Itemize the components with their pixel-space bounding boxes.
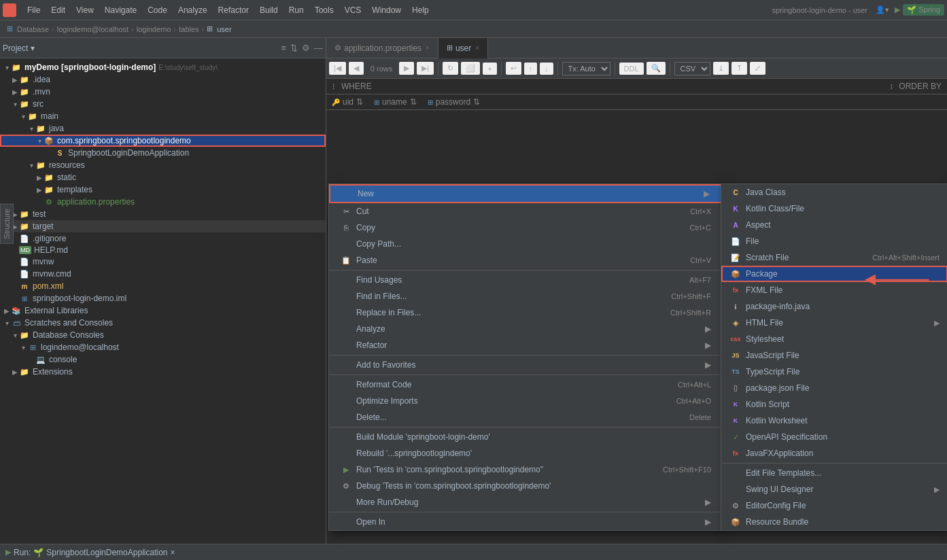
tab-appprops[interactable]: ⚙ application.properties × — [326, 38, 438, 58]
tree-item-extensions[interactable]: ▶ 📁 Extensions — [0, 366, 326, 378]
menu-view[interactable]: View — [71, 3, 99, 18]
sub-openapi[interactable]: ✓ OpenAPI Specification — [721, 429, 947, 445]
submit-btn[interactable]: ↑ — [524, 63, 538, 75]
menu-vcs[interactable]: VCS — [339, 3, 367, 18]
tree-item-pomxml[interactable]: ▶ m pom.xml — [0, 280, 326, 292]
tree-item-test[interactable]: ▶ 📁 test — [0, 208, 326, 220]
tree-item-static[interactable]: ▶ 📁 static — [0, 171, 326, 183]
tree-item-helpmd[interactable]: ▶ MD HELP.md — [0, 245, 326, 256]
tree-item-src[interactable]: ▾ 📁 src — [0, 98, 326, 110]
ddl-btn[interactable]: DDL — [619, 63, 644, 75]
sub-swinguidesigner[interactable]: Swing UI Designer ▶ — [721, 481, 947, 497]
menu-file[interactable]: File — [22, 3, 46, 18]
menu-refactor[interactable]: Refactor — [213, 3, 254, 18]
search-btn[interactable]: 🔍 — [647, 62, 666, 75]
minimize-btn[interactable]: — — [314, 43, 323, 53]
ctx-copy[interactable]: ⎘ Copy Ctrl+C — [329, 220, 722, 236]
tree-item-myDemo[interactable]: ▾ 📁 myDemo [springboot-login-demo] E:\st… — [0, 61, 326, 73]
tree-item-idea[interactable]: ▶ 📁 .idea — [0, 73, 326, 86]
tree-item-mvn[interactable]: ▶ 📁 .mvn — [0, 86, 326, 98]
ctx-refactor[interactable]: Refactor ▶ — [329, 337, 722, 353]
tree-item-extlib[interactable]: ▶ 📚 External Libraries — [0, 304, 326, 317]
sub-js[interactable]: JS JavaScript File — [721, 347, 947, 364]
sub-kotlin-script[interactable]: K Kotlin Script — [721, 396, 947, 413]
refresh-btn[interactable]: ↻ — [443, 62, 458, 75]
tree-item-mvnw[interactable]: ▶ 📄 mvnw — [0, 256, 326, 268]
ctx-new[interactable]: New ▶ — [329, 184, 722, 203]
tree-item-gitignore[interactable]: ▶ 📄 .gitignore — [0, 232, 326, 245]
sub-resourcebundle[interactable]: 📦 Resource Bundle — [721, 514, 947, 530]
menu-help[interactable]: Help — [407, 3, 434, 18]
tree-item-scratches[interactable]: ▾ 🗃 Scratches and Consoles — [0, 317, 326, 329]
sub-kotlin-worksheet[interactable]: K Kotlin Worksheet — [721, 413, 947, 429]
sub-kotlin-class[interactable]: K Kotlin Class/File — [721, 200, 947, 217]
settings-btn[interactable]: ⚙ — [302, 43, 310, 53]
menu-edit[interactable]: Edit — [46, 3, 71, 18]
tree-item-java[interactable]: ▾ 📁 java — [0, 122, 326, 135]
menu-run[interactable]: Run — [283, 3, 309, 18]
ctx-findinfiles[interactable]: Find in Files... Ctrl+Shift+F — [329, 288, 722, 304]
tree-item-templates[interactable]: ▶ 📁 templates — [0, 183, 326, 196]
ctx-analyze[interactable]: Analyze ▶ — [329, 321, 722, 337]
ctx-run-tests[interactable]: ▶ Run 'Tests in 'com.springboot.springbo… — [329, 461, 722, 478]
sub-file[interactable]: 📄 File — [721, 233, 947, 249]
nav-first-btn[interactable]: |◀ — [329, 62, 346, 75]
sub-editorconfig[interactable]: ⚙ EditorConfig File — [721, 497, 947, 514]
tree-item-main-class[interactable]: ▶ S SpringbootLoginDemoApplication — [0, 147, 326, 159]
nav-next-btn[interactable]: ▶ — [399, 62, 414, 75]
stop-btn[interactable]: ⬜ — [461, 62, 480, 75]
tree-item-resources[interactable]: ▾ 📁 resources — [0, 159, 326, 171]
ctx-delete[interactable]: Delete... Delete — [329, 409, 722, 425]
sub-scratch-file[interactable]: 📝 Scratch File Ctrl+Alt+Shift+Insert — [721, 249, 947, 266]
sub-aspect[interactable]: A Aspect — [721, 217, 947, 233]
revert-btn[interactable]: ↓ — [540, 63, 553, 75]
sub-packageinfo[interactable]: ℹ package-info.java — [721, 298, 947, 315]
menu-build[interactable]: Build — [254, 3, 283, 18]
sub-javafx[interactable]: fx JavaFXApplication — [721, 445, 947, 461]
sub-packagejson[interactable]: {} package.json File — [721, 380, 947, 396]
tx-select[interactable]: Tx: Auto — [562, 62, 610, 75]
tree-item-logindemo[interactable]: ▾ ⊞ logindemo@localhost — [0, 341, 326, 353]
expand-btn[interactable]: ⤢ — [750, 62, 765, 75]
ctx-reformat[interactable]: Reformat Code Ctrl+Alt+L — [329, 377, 722, 393]
ctx-addtofav[interactable]: Add to Favorites ▶ — [329, 357, 722, 373]
ctx-openin[interactable]: Open In ▶ — [329, 514, 722, 530]
tree-item-iml[interactable]: ▶ ⊞ springboot-login-demo.iml — [0, 292, 326, 304]
sub-fxml[interactable]: fx FXML File — [721, 282, 947, 298]
menu-analyze[interactable]: Analyze — [173, 3, 213, 18]
ctx-buildmodule[interactable]: Build Module 'springboot-login-demo' — [329, 429, 722, 445]
tree-item-target[interactable]: ▶ 📁 target — [0, 220, 326, 232]
ctx-findusages[interactable]: Find Usages Alt+F7 — [329, 272, 722, 288]
nav-last-btn[interactable]: ▶| — [417, 62, 434, 75]
ctx-morerundebug[interactable]: More Run/Debug ▶ — [329, 494, 722, 510]
close-run-btn[interactable]: × — [170, 548, 175, 557]
collapse-all-btn[interactable]: ≡ — [281, 43, 286, 53]
sub-ts[interactable]: TS TypeScript File — [721, 364, 947, 380]
ctx-optimizeimports[interactable]: Optimize Imports Ctrl+Alt+O — [329, 393, 722, 409]
sub-html[interactable]: ◈ HTML File ▶ — [721, 315, 947, 331]
sub-editfiletemplates[interactable]: Edit File Templates... — [721, 465, 947, 481]
export-btn[interactable]: ⤓ — [713, 62, 729, 75]
ctx-debug-tests[interactable]: ⚙ Debug 'Tests in 'com.springboot.spring… — [329, 478, 722, 494]
menu-navigate[interactable]: Navigate — [99, 3, 142, 18]
tree-item-mvnwcmd[interactable]: ▶ 📄 mvnw.cmd — [0, 268, 326, 280]
tree-item-package[interactable]: ▾ 📦 com.springboot.springbootlogindemo — [0, 135, 326, 147]
menu-window[interactable]: Window — [366, 3, 407, 18]
csv-select[interactable]: CSV — [674, 62, 710, 75]
tree-item-console[interactable]: ▶ 💻 console — [0, 353, 326, 366]
undo-btn[interactable]: ↩ — [506, 62, 521, 75]
ctx-rebuild[interactable]: Rebuild '...springbootlogindemo' — [329, 445, 722, 461]
menu-tools[interactable]: Tools — [309, 3, 339, 18]
sub-stylesheet[interactable]: css Stylesheet — [721, 331, 947, 347]
tree-item-dbconsoles[interactable]: ▾ 📁 Database Consoles — [0, 329, 326, 341]
import-btn[interactable]: ⤒ — [731, 62, 747, 75]
tree-item-main[interactable]: ▾ 📁 main — [0, 110, 326, 122]
ctx-cut[interactable]: ✂ Cut Ctrl+X — [329, 203, 722, 220]
menu-code[interactable]: Code — [142, 3, 173, 18]
tab-user[interactable]: ⊞ user × — [438, 38, 488, 58]
tree-item-appprops[interactable]: ▶ ⚙ application.properties — [0, 196, 326, 208]
tab-close-appprops[interactable]: × — [426, 44, 430, 52]
sub-java-class[interactable]: C Java Class — [721, 184, 947, 200]
sub-package[interactable]: 📦 Package — [721, 266, 947, 282]
tab-close-user[interactable]: × — [475, 44, 479, 52]
